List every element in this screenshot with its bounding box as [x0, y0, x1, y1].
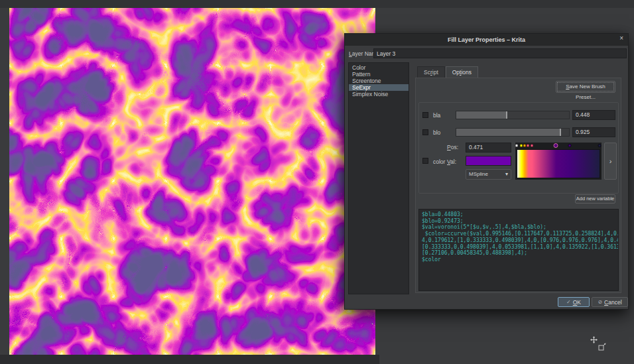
code-line: $color=ccurve($val,0.995146,[0.117647,0.…	[422, 231, 615, 237]
blo-value-field[interactable]: 0.925	[572, 127, 615, 137]
cancel-button[interactable]: ⊘ Cancel	[592, 297, 628, 307]
list-item-simplex-noise[interactable]: Simplex Noise	[349, 91, 409, 97]
tab-options[interactable]: Options	[446, 66, 478, 78]
bla-slider-handle[interactable]	[506, 111, 507, 119]
canvas-bottom-gutter	[0, 355, 379, 364]
gradient-stop-2[interactable]	[523, 144, 526, 147]
code-line: [0.333333,0,0.498039],4,0.0533981,[1,1,0…	[422, 244, 615, 251]
list-item-seexpr[interactable]: SeExpr	[349, 84, 409, 91]
code-line: $val=voronoi(5*[$u,$v,.5],4,$bla,$blo);	[422, 224, 615, 231]
color-label: color	[433, 158, 445, 165]
gradient-editor[interactable]	[515, 143, 602, 180]
interpolation-value: MSpline	[469, 170, 488, 179]
pos-field[interactable]: 0.471	[466, 143, 511, 152]
blo-slider-fill	[456, 129, 560, 136]
dropdown-arrow-icon: ▾	[505, 170, 508, 179]
gradient-stop-5[interactable]	[554, 143, 558, 148]
bla-slider[interactable]	[456, 111, 570, 119]
code-line: $bla=0.44803;	[422, 212, 615, 218]
dialog-title: Fill Layer Properties – Krita	[448, 36, 525, 43]
blo-checkbox[interactable]	[422, 129, 428, 135]
add-new-variable-button[interactable]: Add new variable	[575, 194, 615, 204]
tool-cursor-overlay	[588, 335, 609, 355]
gradient-stop-3[interactable]	[527, 144, 530, 147]
blo-slider[interactable]	[456, 128, 570, 137]
blo-label: blo	[433, 129, 440, 136]
fill-layer-properties-dialog: Fill Layer Properties – Krita × Layer Na…	[344, 33, 629, 310]
variables-group: bla 0.448 blo 0.925 color Pos: 0.471 Val…	[418, 102, 619, 194]
val-label: Val:	[447, 158, 456, 165]
list-item-screentone[interactable]: Screentone	[349, 78, 409, 84]
bla-slider-fill	[456, 111, 507, 119]
save-new-brush-preset-button[interactable]: Save New Brush Preset...	[556, 81, 615, 93]
blo-slider-handle[interactable]	[560, 129, 561, 136]
gradient-stops-row	[515, 143, 602, 149]
tab-script[interactable]: Script	[417, 66, 445, 78]
gradient-stop-4[interactable]	[530, 144, 533, 147]
ok-button-label: OK	[573, 299, 581, 306]
interpolation-dropdown[interactable]: MSpline ▾	[466, 169, 511, 180]
color-checkbox[interactable]	[422, 158, 428, 164]
bla-checkbox[interactable]	[422, 112, 428, 118]
seexpr-script-output[interactable]: $bla=0.44803;$blo=0.92473;$val=voronoi(5…	[418, 209, 619, 291]
cancel-button-label: Cancel	[604, 299, 621, 306]
close-icon[interactable]: ×	[619, 34, 623, 42]
list-item-pattern[interactable]: Pattern	[349, 71, 409, 78]
gradient-expand-button[interactable]: ›	[604, 143, 617, 180]
generator-list: ColorPatternScreentoneSeExprSimplex Nois…	[348, 62, 409, 294]
bla-label: bla	[433, 112, 440, 119]
gradient-stop-6[interactable]	[568, 144, 571, 147]
gradient-stop-0[interactable]	[515, 144, 519, 147]
options-tab-pane: Save New Brush Preset... bla 0.448 blo 0…	[415, 78, 621, 293]
code-line: 4,0.179612,[1,0.333333,0.498039],4,0,[0.…	[422, 237, 615, 244]
move-cursor-icon	[590, 336, 598, 343]
cancel-slash-icon: ⊘	[598, 299, 602, 305]
code-line: $color	[422, 257, 615, 263]
canvas-top-gutter	[0, 0, 634, 8]
pos-label: Pos:	[447, 144, 458, 151]
canvas-image[interactable]	[9, 8, 375, 355]
code-line: $blo=0.92473;	[422, 218, 615, 225]
bla-value-field[interactable]: 0.448	[572, 110, 615, 120]
list-item-color[interactable]: Color	[349, 64, 409, 71]
transform-badge-icon	[598, 343, 606, 351]
color-value-swatch[interactable]	[466, 156, 511, 166]
gradient-stop-7[interactable]	[598, 144, 602, 147]
gradient-bar[interactable]	[517, 149, 600, 178]
krita-workspace: { "icons": { "close": "×", "ok_check": "…	[0, 0, 634, 364]
layer-name-input[interactable]	[373, 48, 627, 58]
ok-button[interactable]: ✓ OK	[558, 297, 590, 307]
chevron-right-icon: ›	[609, 157, 612, 165]
check-icon: ✓	[566, 299, 571, 305]
tab-bar: ScriptOptions	[417, 66, 479, 78]
dialog-titlebar[interactable]: Fill Layer Properties – Krita ×	[345, 34, 628, 46]
code-line: [0.27106,0.00458345,0.488398],4);	[422, 250, 615, 257]
voronoi-plasma-render	[9, 8, 375, 355]
